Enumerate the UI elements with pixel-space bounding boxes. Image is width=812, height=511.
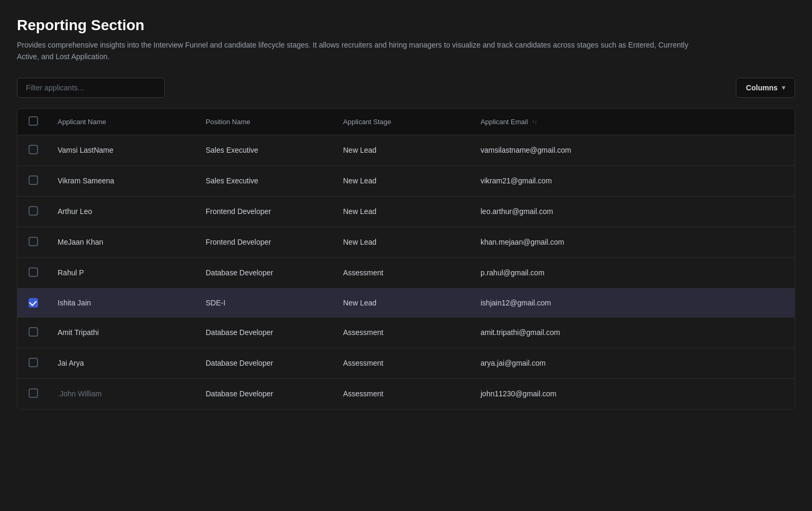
row-applicant-name: Vamsi LastName bbox=[49, 135, 197, 165]
row-checkbox-cell bbox=[17, 227, 49, 257]
row-position: SDE-I bbox=[197, 288, 335, 317]
row-checkbox[interactable] bbox=[29, 206, 38, 216]
row-applicant-name: Arthur Leo bbox=[49, 196, 197, 227]
columns-button-label: Columns bbox=[746, 83, 778, 92]
toolbar: Columns ▾ bbox=[17, 78, 795, 98]
row-stage: Assessment bbox=[335, 317, 472, 348]
table-body: Vamsi LastName Sales Executive New Lead … bbox=[17, 135, 795, 409]
row-email: vikram21@gmail.com bbox=[472, 165, 795, 196]
row-stage: New Lead bbox=[335, 227, 472, 257]
select-all-checkbox[interactable] bbox=[29, 116, 38, 126]
row-position: Sales Executive bbox=[197, 165, 335, 196]
column-header-name: Applicant Name bbox=[49, 109, 197, 135]
email-column-label: Applicant Email bbox=[481, 118, 528, 126]
page-title: Reporting Section bbox=[17, 17, 795, 34]
row-email: p.rahul@gmail.com bbox=[472, 257, 795, 288]
row-stage: New Lead bbox=[335, 288, 472, 317]
row-stage: Assessment bbox=[335, 348, 472, 378]
row-position: Sales Executive bbox=[197, 135, 335, 165]
columns-button[interactable]: Columns ▾ bbox=[736, 78, 795, 98]
row-stage: Assessment bbox=[335, 378, 472, 409]
table-row: Vikram Sameena Sales Executive New Lead … bbox=[17, 165, 795, 196]
table-row: Arthur Leo Frontend Developer New Lead l… bbox=[17, 196, 795, 227]
row-position: Frontend Developer bbox=[197, 227, 335, 257]
row-stage: New Lead bbox=[335, 135, 472, 165]
row-checkbox[interactable] bbox=[29, 267, 38, 277]
row-position: Database Developer bbox=[197, 348, 335, 378]
row-applicant-name: MeJaan Khan bbox=[49, 227, 197, 257]
row-email: leo.arthur@gmail.com bbox=[472, 196, 795, 227]
row-applicant-name: .John William bbox=[49, 378, 197, 409]
row-checkbox-cell bbox=[17, 165, 49, 196]
row-checkbox-cell bbox=[17, 288, 49, 317]
row-checkbox[interactable] bbox=[29, 327, 38, 337]
row-checkbox-cell bbox=[17, 348, 49, 378]
header-checkbox-cell bbox=[17, 109, 49, 135]
column-header-email[interactable]: Applicant Email ↑↓ bbox=[472, 109, 795, 135]
row-checkbox[interactable] bbox=[29, 358, 38, 367]
row-position: Frontend Developer bbox=[197, 196, 335, 227]
column-header-stage: Applicant Stage bbox=[335, 109, 472, 135]
row-applicant-name: Vikram Sameena bbox=[49, 165, 197, 196]
row-stage: New Lead bbox=[335, 196, 472, 227]
row-checkbox[interactable] bbox=[29, 388, 38, 398]
table-row: Rahul P Database Developer Assessment p.… bbox=[17, 257, 795, 288]
row-email: john11230@gmail.com bbox=[472, 378, 795, 409]
row-checkbox[interactable] bbox=[29, 298, 38, 308]
table-row: Amit Tripathi Database Developer Assessm… bbox=[17, 317, 795, 348]
row-position: Database Developer bbox=[197, 317, 335, 348]
table-row: Jai Arya Database Developer Assessment a… bbox=[17, 348, 795, 378]
table-row: MeJaan Khan Frontend Developer New Lead … bbox=[17, 227, 795, 257]
table-row: Ishita Jain SDE-I New Lead ishjain12@gma… bbox=[17, 288, 795, 317]
applicants-table: Applicant Name Position Name Applicant S… bbox=[17, 109, 795, 409]
row-checkbox-cell bbox=[17, 378, 49, 409]
table-header-row: Applicant Name Position Name Applicant S… bbox=[17, 109, 795, 135]
row-email: amit.tripathi@gmail.com bbox=[472, 317, 795, 348]
row-checkbox[interactable] bbox=[29, 175, 38, 185]
row-checkbox-cell bbox=[17, 257, 49, 288]
sort-icons[interactable]: ↑↓ bbox=[532, 119, 537, 125]
row-applicant-name: Amit Tripathi bbox=[49, 317, 197, 348]
table-row: .John William Database Developer Assessm… bbox=[17, 378, 795, 409]
row-applicant-name: Rahul P bbox=[49, 257, 197, 288]
row-email: arya.jai@gmail.com bbox=[472, 348, 795, 378]
row-position: Database Developer bbox=[197, 257, 335, 288]
filter-input[interactable] bbox=[17, 78, 165, 98]
row-checkbox-cell bbox=[17, 317, 49, 348]
row-applicant-name: Ishita Jain bbox=[49, 288, 197, 317]
row-email: vamsilastname@gmail.com bbox=[472, 135, 795, 165]
row-checkbox[interactable] bbox=[29, 145, 38, 154]
row-checkbox[interactable] bbox=[29, 237, 38, 246]
page-description: Provides comprehensive insights into the… bbox=[17, 39, 694, 63]
column-header-position: Position Name bbox=[197, 109, 335, 135]
table-row: Vamsi LastName Sales Executive New Lead … bbox=[17, 135, 795, 165]
row-applicant-name: Jai Arya bbox=[49, 348, 197, 378]
row-email: khan.mejaan@gmail.com bbox=[472, 227, 795, 257]
row-checkbox-cell bbox=[17, 135, 49, 165]
row-stage: Assessment bbox=[335, 257, 472, 288]
applicants-table-container: Applicant Name Position Name Applicant S… bbox=[17, 108, 795, 410]
chevron-down-icon: ▾ bbox=[782, 84, 785, 91]
row-checkbox-cell bbox=[17, 196, 49, 227]
row-position: Database Developer bbox=[197, 378, 335, 409]
row-email: ishjain12@gmail.com bbox=[472, 288, 795, 317]
row-stage: New Lead bbox=[335, 165, 472, 196]
